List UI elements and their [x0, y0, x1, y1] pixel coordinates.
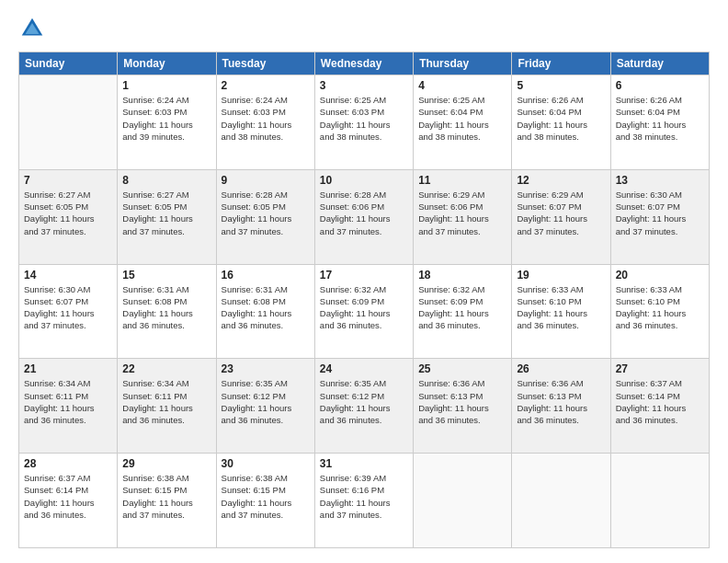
calendar-day-30: 30Sunrise: 6:38 AM Sunset: 6:15 PM Dayli…	[216, 454, 314, 548]
day-info: Sunrise: 6:27 AM Sunset: 6:05 PM Dayligh…	[24, 189, 112, 237]
day-number: 9	[222, 174, 310, 187]
day-info: Sunrise: 6:25 AM Sunset: 6:04 PM Dayligh…	[418, 94, 506, 143]
day-number: 3	[320, 79, 408, 92]
calendar-day-27: 27Sunrise: 6:37 AM Sunset: 6:14 PM Dayli…	[610, 359, 709, 454]
calendar-day-19: 19Sunrise: 6:33 AM Sunset: 6:10 PM Dayli…	[512, 264, 610, 359]
calendar-week-row: 7Sunrise: 6:27 AM Sunset: 6:05 PM Daylig…	[19, 169, 710, 264]
calendar-day-16: 16Sunrise: 6:31 AM Sunset: 6:08 PM Dayli…	[216, 264, 314, 359]
calendar-day-2: 2Sunrise: 6:24 AM Sunset: 6:03 PM Daylig…	[216, 75, 314, 170]
day-number: 6	[616, 79, 704, 92]
day-number: 7	[24, 174, 112, 187]
day-number: 10	[320, 174, 408, 187]
calendar-day-29: 29Sunrise: 6:38 AM Sunset: 6:15 PM Dayli…	[118, 454, 216, 548]
day-number: 1	[122, 79, 210, 92]
day-info: Sunrise: 6:29 AM Sunset: 6:07 PM Dayligh…	[517, 189, 605, 237]
day-number: 28	[24, 457, 112, 470]
day-info: Sunrise: 6:25 AM Sunset: 6:03 PM Dayligh…	[320, 94, 408, 143]
day-number: 14	[24, 269, 112, 282]
calendar-empty-cell	[19, 75, 118, 170]
day-info: Sunrise: 6:33 AM Sunset: 6:10 PM Dayligh…	[616, 283, 704, 332]
calendar-day-23: 23Sunrise: 6:35 AM Sunset: 6:12 PM Dayli…	[216, 359, 314, 454]
day-info: Sunrise: 6:39 AM Sunset: 6:16 PM Dayligh…	[320, 472, 408, 521]
calendar-day-3: 3Sunrise: 6:25 AM Sunset: 6:03 PM Daylig…	[314, 75, 413, 170]
day-info: Sunrise: 6:30 AM Sunset: 6:07 PM Dayligh…	[616, 189, 704, 237]
day-number: 25	[418, 362, 506, 375]
calendar-header-tuesday: Tuesday	[216, 52, 314, 75]
calendar-day-1: 1Sunrise: 6:24 AM Sunset: 6:03 PM Daylig…	[118, 75, 216, 170]
calendar-day-12: 12Sunrise: 6:29 AM Sunset: 6:07 PM Dayli…	[512, 169, 610, 264]
day-info: Sunrise: 6:36 AM Sunset: 6:13 PM Dayligh…	[517, 377, 605, 426]
calendar-day-21: 21Sunrise: 6:34 AM Sunset: 6:11 PM Dayli…	[19, 359, 118, 454]
calendar-day-14: 14Sunrise: 6:30 AM Sunset: 6:07 PM Dayli…	[19, 264, 118, 359]
day-info: Sunrise: 6:37 AM Sunset: 6:14 PM Dayligh…	[616, 377, 704, 426]
calendar-header-sunday: Sunday	[19, 52, 118, 75]
calendar-day-10: 10Sunrise: 6:28 AM Sunset: 6:06 PM Dayli…	[314, 169, 413, 264]
day-number: 20	[616, 269, 704, 282]
day-info: Sunrise: 6:35 AM Sunset: 6:12 PM Dayligh…	[222, 377, 310, 426]
day-number: 21	[24, 362, 112, 375]
calendar-day-9: 9Sunrise: 6:28 AM Sunset: 6:05 PM Daylig…	[216, 169, 314, 264]
day-info: Sunrise: 6:34 AM Sunset: 6:11 PM Dayligh…	[122, 377, 210, 426]
calendar-day-18: 18Sunrise: 6:32 AM Sunset: 6:09 PM Dayli…	[414, 264, 512, 359]
day-number: 16	[222, 269, 310, 282]
calendar-empty-cell	[512, 454, 610, 548]
calendar-week-row: 14Sunrise: 6:30 AM Sunset: 6:07 PM Dayli…	[19, 264, 710, 359]
day-number: 18	[418, 269, 506, 282]
day-info: Sunrise: 6:31 AM Sunset: 6:08 PM Dayligh…	[222, 283, 310, 332]
day-info: Sunrise: 6:30 AM Sunset: 6:07 PM Dayligh…	[24, 283, 112, 332]
calendar-header-thursday: Thursday	[414, 52, 512, 75]
day-number: 5	[517, 79, 605, 92]
calendar-day-20: 20Sunrise: 6:33 AM Sunset: 6:10 PM Dayli…	[610, 264, 709, 359]
logo	[18, 15, 48, 42]
calendar-day-4: 4Sunrise: 6:25 AM Sunset: 6:04 PM Daylig…	[414, 75, 512, 170]
day-info: Sunrise: 6:26 AM Sunset: 6:04 PM Dayligh…	[616, 94, 704, 143]
logo-icon	[18, 15, 46, 42]
day-number: 8	[122, 174, 210, 187]
day-number: 4	[418, 79, 506, 92]
day-info: Sunrise: 6:28 AM Sunset: 6:05 PM Dayligh…	[222, 189, 310, 237]
calendar-day-25: 25Sunrise: 6:36 AM Sunset: 6:13 PM Dayli…	[414, 359, 512, 454]
calendar-day-22: 22Sunrise: 6:34 AM Sunset: 6:11 PM Dayli…	[118, 359, 216, 454]
calendar-day-26: 26Sunrise: 6:36 AM Sunset: 6:13 PM Dayli…	[512, 359, 610, 454]
day-info: Sunrise: 6:32 AM Sunset: 6:09 PM Dayligh…	[418, 283, 506, 332]
calendar-day-7: 7Sunrise: 6:27 AM Sunset: 6:05 PM Daylig…	[19, 169, 118, 264]
calendar-empty-cell	[414, 454, 512, 548]
day-info: Sunrise: 6:31 AM Sunset: 6:08 PM Dayligh…	[122, 283, 210, 332]
day-number: 13	[616, 174, 704, 187]
calendar-empty-cell	[610, 454, 709, 548]
calendar-day-17: 17Sunrise: 6:32 AM Sunset: 6:09 PM Dayli…	[314, 264, 413, 359]
day-number: 29	[122, 457, 210, 470]
day-info: Sunrise: 6:37 AM Sunset: 6:14 PM Dayligh…	[24, 472, 112, 521]
calendar-day-24: 24Sunrise: 6:35 AM Sunset: 6:12 PM Dayli…	[314, 359, 413, 454]
day-info: Sunrise: 6:33 AM Sunset: 6:10 PM Dayligh…	[517, 283, 605, 332]
day-number: 30	[222, 457, 310, 470]
calendar-week-row: 1Sunrise: 6:24 AM Sunset: 6:03 PM Daylig…	[19, 75, 710, 170]
day-number: 2	[222, 79, 310, 92]
day-number: 23	[222, 362, 310, 375]
calendar-header-wednesday: Wednesday	[314, 52, 413, 75]
day-info: Sunrise: 6:29 AM Sunset: 6:06 PM Dayligh…	[418, 189, 506, 237]
calendar-header-friday: Friday	[512, 52, 610, 75]
calendar: SundayMondayTuesdayWednesdayThursdayFrid…	[18, 52, 710, 548]
day-number: 11	[418, 174, 506, 187]
calendar-day-6: 6Sunrise: 6:26 AM Sunset: 6:04 PM Daylig…	[610, 75, 709, 170]
day-number: 31	[320, 457, 408, 470]
day-info: Sunrise: 6:35 AM Sunset: 6:12 PM Dayligh…	[320, 377, 408, 426]
day-number: 27	[616, 362, 704, 375]
day-number: 26	[517, 362, 605, 375]
day-number: 22	[122, 362, 210, 375]
day-info: Sunrise: 6:24 AM Sunset: 6:03 PM Dayligh…	[122, 94, 210, 143]
calendar-day-13: 13Sunrise: 6:30 AM Sunset: 6:07 PM Dayli…	[610, 169, 709, 264]
day-info: Sunrise: 6:38 AM Sunset: 6:15 PM Dayligh…	[222, 472, 310, 521]
day-info: Sunrise: 6:27 AM Sunset: 6:05 PM Dayligh…	[122, 189, 210, 237]
calendar-day-11: 11Sunrise: 6:29 AM Sunset: 6:06 PM Dayli…	[414, 169, 512, 264]
day-info: Sunrise: 6:36 AM Sunset: 6:13 PM Dayligh…	[418, 377, 506, 426]
calendar-day-28: 28Sunrise: 6:37 AM Sunset: 6:14 PM Dayli…	[19, 454, 118, 548]
page: SundayMondayTuesdayWednesdayThursdayFrid…	[0, 0, 728, 563]
calendar-week-row: 28Sunrise: 6:37 AM Sunset: 6:14 PM Dayli…	[19, 454, 710, 548]
calendar-week-row: 21Sunrise: 6:34 AM Sunset: 6:11 PM Dayli…	[19, 359, 710, 454]
day-number: 19	[517, 269, 605, 282]
calendar-header-row: SundayMondayTuesdayWednesdayThursdayFrid…	[19, 52, 710, 75]
day-info: Sunrise: 6:34 AM Sunset: 6:11 PM Dayligh…	[24, 377, 112, 426]
day-number: 15	[122, 269, 210, 282]
